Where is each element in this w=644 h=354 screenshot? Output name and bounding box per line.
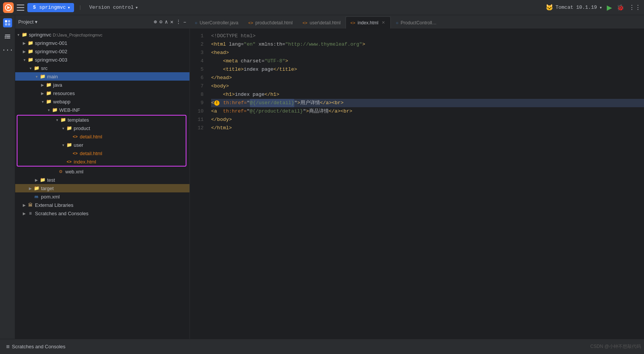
code-line-12: </html>: [211, 124, 644, 132]
expand-icon[interactable]: ⊙: [159, 19, 162, 25]
tab-icon-productcontroller: ○: [396, 21, 398, 25]
tab-label-usercontroller: UserController.java: [200, 20, 238, 25]
svg-rect-7: [6, 36, 10, 37]
scratches-label: Scratches and Consoles: [12, 344, 65, 349]
html-icon-product-detail: <>: [72, 133, 78, 140]
folder-icon-product: 📁: [66, 125, 72, 131]
tab-close-index[interactable]: ✕: [380, 20, 386, 25]
tree-label-springmvc-root: springmvc D:\Java_Project\springmvc: [29, 32, 186, 38]
close-panel-icon[interactable]: ✕: [170, 19, 173, 25]
folder-icon-001: 📁: [27, 40, 33, 46]
folder-icon-test: 📁: [39, 177, 46, 183]
tree-label-003: springmvc-003: [35, 57, 186, 63]
tab-icon-usercontroller: ○: [195, 21, 197, 25]
arrow-resources: ▶: [39, 91, 46, 95]
arrow-webinf: ▾: [46, 108, 52, 112]
tree-label-product-detail: detail.html: [80, 134, 183, 140]
folder-icon-target: 📁: [33, 185, 39, 191]
toolbar: S springmvc ▾ | Version control ▾ 🐱 Tomc…: [0, 0, 644, 15]
scratches-and-consoles-btn[interactable]: ≡ Scratches and Consoles: [3, 342, 68, 352]
folder-icon-src: 📁: [33, 65, 39, 71]
arrow-scratches: ▶: [21, 211, 27, 216]
code-line-4: <meta charset="UTF-8" >: [211, 57, 644, 65]
debug-button[interactable]: 🐞: [617, 4, 624, 11]
tree-item-scratches[interactable]: ▶ ≡ Scratches and Consoles: [15, 209, 189, 217]
tree-item-product[interactable]: ▾ 📁 product: [17, 124, 186, 132]
add-icon[interactable]: ⊕: [154, 19, 157, 25]
tree-label-webxml: web.xml: [65, 169, 186, 175]
tree-item-product-detail[interactable]: <> detail.html: [17, 132, 186, 141]
tree-item-springmvc-003[interactable]: ▾ 📁 springmvc-003: [15, 56, 189, 64]
editor-area: ○ UserController.java <> product\detail.…: [190, 15, 644, 339]
tab-label-user-detail: user\detail.html: [309, 20, 340, 25]
gear-icon[interactable]: ⋮: [176, 19, 181, 25]
tab-productcontroller[interactable]: ○ ProductControll…: [391, 16, 441, 29]
folder-icon-resources: 📁: [46, 90, 52, 96]
tree-item-user-detail[interactable]: <> detail.html: [17, 149, 186, 157]
tree-item-springmvc-002[interactable]: ▶ 📁 springmvc-002: [15, 47, 189, 56]
tree-label-java: java: [53, 82, 186, 88]
tree-label-user: user: [74, 142, 183, 148]
icon-sidebar: ···: [0, 15, 15, 339]
main-area: ··· Project ▾ ⊕ ⊙ ∧ ✕ ⋮ – ▾ 📁 s: [0, 15, 644, 339]
svg-marker-1: [7, 6, 10, 9]
tree-item-springmvc-001[interactable]: ▶ 📁 springmvc-001: [15, 39, 189, 47]
tree-item-java[interactable]: ▶ 📁 java: [15, 81, 189, 89]
code-content: <!DOCTYPE html> <html lang="en" xmlns:th…: [208, 32, 644, 336]
tree-item-main[interactable]: ▾ 📁 main: [15, 72, 189, 81]
svg-rect-8: [6, 38, 10, 38]
tree-item-templates[interactable]: ▾ 📁 templates: [17, 116, 186, 124]
arrow-springmvc-001: ▶: [21, 41, 27, 45]
tree-item-webxml[interactable]: ⚙ web.xml: [15, 167, 189, 176]
sidebar-icon-structure[interactable]: [3, 32, 12, 41]
tree-item-user[interactable]: ▾ 📁 user: [17, 141, 186, 149]
more-actions-button[interactable]: ⋮⋮: [629, 4, 641, 11]
svg-rect-4: [5, 23, 7, 25]
version-control-btn[interactable]: Version control ▾: [86, 3, 141, 12]
minimize-icon[interactable]: –: [183, 19, 186, 25]
run-button[interactable]: ▶: [607, 3, 612, 12]
tab-usercontroller[interactable]: ○ UserController.java: [190, 16, 243, 29]
tree-item-index[interactable]: <> index.html: [17, 157, 186, 166]
tab-user-detail[interactable]: <> user\detail.html: [298, 16, 346, 29]
tab-index-html[interactable]: <> index.html ✕: [346, 16, 391, 29]
collapse-icon[interactable]: ∧: [165, 19, 168, 25]
sidebar-icon-project[interactable]: [3, 18, 12, 27]
file-tree: ▾ 📁 springmvc D:\Java_Project\springmvc …: [15, 29, 189, 339]
tab-label-productcontroller: ProductControll…: [401, 20, 437, 25]
project-panel-header: Project ▾ ⊕ ⊙ ∧ ✕ ⋮ –: [15, 15, 189, 29]
svg-point-10: [5, 38, 6, 39]
tree-item-test[interactable]: ▶ 📁 test: [15, 176, 189, 184]
tree-item-resources[interactable]: ▶ 📁 resources: [15, 89, 189, 97]
code-line-6: </head>: [211, 74, 644, 82]
tab-icon-user-detail: <>: [303, 21, 308, 25]
xml-icon-webxml: ⚙: [58, 168, 64, 175]
tree-item-target[interactable]: ▶ 📁 target: [15, 184, 189, 192]
sidebar-icon-more[interactable]: ···: [3, 46, 12, 55]
tree-item-webapp[interactable]: ▾ 📁 webapp: [15, 97, 189, 106]
tree-label-resources: resources: [53, 90, 186, 96]
code-editor[interactable]: 1 2 3 4 5 6 7 8 9 10 11 12 <!DOCTYPE htm…: [190, 29, 644, 339]
svg-rect-6: [5, 35, 10, 35]
extlib-icon: 🏛: [27, 202, 33, 208]
hamburger-menu[interactable]: [17, 5, 24, 11]
arrow-extlibs: ▶: [21, 203, 27, 207]
tree-item-src[interactable]: ▾ 📁 src: [15, 64, 189, 72]
arrow-target: ▶: [27, 186, 33, 190]
arrow-user: ▾: [60, 143, 66, 147]
folder-icon-webinf: 📁: [52, 107, 58, 113]
tree-item-webinf[interactable]: ▾ 📁 WEB-INF: [15, 106, 189, 114]
arrow-src: ▾: [27, 66, 33, 70]
tab-product-detail[interactable]: <> product\detail.html: [243, 16, 298, 29]
run-config-selector[interactable]: 🐱 Tomcat 10.1.19 ▾: [546, 4, 602, 11]
folder-icon-webapp: 📁: [46, 98, 52, 105]
tree-item-pom[interactable]: m pom.xml: [15, 192, 189, 201]
arrow-java: ▶: [39, 83, 46, 87]
tree-item-extlibs[interactable]: ▶ 🏛 External Libraries: [15, 201, 189, 209]
tree-item-springmvc-root[interactable]: ▾ 📁 springmvc D:\Java_Project\springmvc: [15, 30, 189, 39]
code-line-11: </body>: [211, 116, 644, 124]
code-line-7: <body>: [211, 82, 644, 90]
watermark: CSDN @小钟不想敲代码: [590, 343, 641, 350]
warning-icon-line9: !: [214, 100, 219, 106]
project-switcher[interactable]: S springmvc ▾: [27, 3, 74, 12]
